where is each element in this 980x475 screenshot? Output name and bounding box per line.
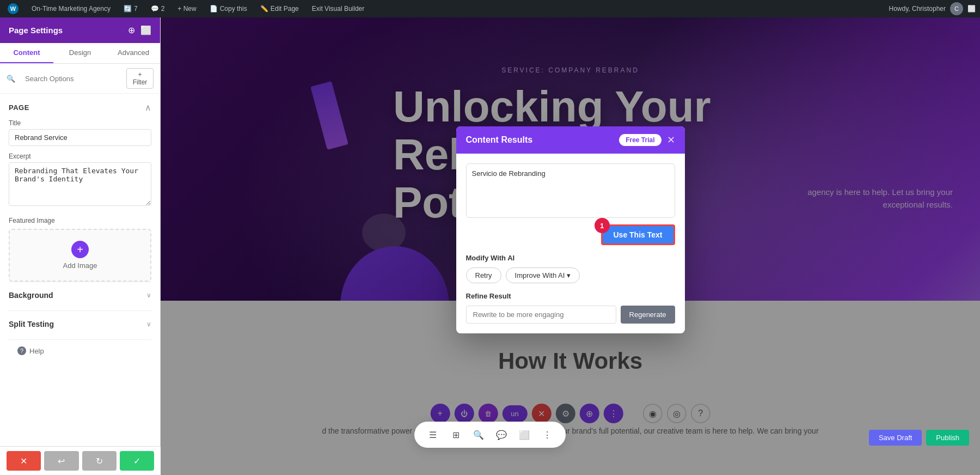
screen-options-icon[interactable]: ⬜	[967, 5, 976, 13]
toolbar-layout-icon[interactable]: ☰	[424, 426, 442, 443]
tab-advanced[interactable]: Advanced	[107, 43, 160, 63]
page-section-header: Page ∧	[9, 102, 151, 113]
modify-buttons: Retry Improve With AI ▾	[466, 267, 675, 283]
new-item[interactable]: + New	[174, 0, 199, 17]
comments-icon: 💬	[151, 5, 159, 13]
bottom-toolbar: ✕ ↩ ↻ ✓	[0, 446, 161, 475]
edit-page-item[interactable]: ✏️ Edit Page	[257, 0, 302, 17]
site-name-item[interactable]: On-Time Marketing Agency	[28, 0, 114, 17]
sidebar-icon-target[interactable]: ⊕	[128, 25, 135, 35]
retry-button[interactable]: Retry	[466, 267, 501, 283]
add-image-button[interactable]: + Add Image	[9, 229, 151, 282]
toolbar-wireframe-icon[interactable]: ⬜	[516, 426, 533, 443]
excerpt-field: Excerpt Rebranding That Elevates Your Br…	[9, 153, 151, 208]
toolbar-more-icon[interactable]: ⋮	[538, 426, 556, 443]
updates-count: 7	[134, 5, 138, 13]
use-this-text-button[interactable]: Use This Text	[601, 224, 675, 245]
refine-input-row: Regenerate	[466, 306, 675, 324]
new-label: + New	[177, 5, 196, 13]
search-input[interactable]	[19, 70, 123, 87]
confirm-button[interactable]: ✓	[120, 451, 154, 471]
admin-bar-right: Howdy, Christopher C ⬜	[889, 2, 976, 15]
improve-arrow-icon: ▾	[567, 271, 571, 279]
comments-item[interactable]: 💬 2	[148, 0, 168, 17]
edit-page-label: Edit Page	[271, 5, 299, 13]
featured-image-field: Featured Image + Add Image	[9, 217, 151, 282]
toolbar-chat-icon[interactable]: 💬	[493, 426, 510, 443]
edit-icon: ✏️	[260, 5, 268, 13]
content-results-modal: Content Results Free Trial ✕ Servicio de…	[456, 126, 685, 333]
modify-section: Modify With AI Retry Improve With AI ▾	[466, 254, 675, 283]
exit-builder-item[interactable]: Exit Visual Builder	[309, 0, 368, 17]
page-preview: SERVICE: COMPANY REBRAND Unlocking Your …	[161, 17, 980, 475]
tab-design[interactable]: Design	[53, 43, 107, 63]
sidebar-icon-expand[interactable]: ⬜	[140, 25, 151, 35]
title-field: Title	[9, 119, 151, 146]
main-layout: Page Settings ⊕ ⬜ Content Design Advance…	[0, 0, 980, 475]
page-section-title: Page	[9, 103, 29, 112]
page-section-chevron[interactable]: ∧	[145, 102, 151, 113]
background-section: Background ∨	[9, 282, 151, 310]
content-area: SERVICE: COMPANY REBRAND Unlocking Your …	[161, 17, 980, 475]
excerpt-label: Excerpt	[9, 153, 151, 160]
title-label: Title	[9, 119, 151, 127]
modal-overlay: Content Results Free Trial ✕ Servicio de…	[161, 17, 980, 475]
sidebar-content: Page ∧ Title Excerpt Rebranding That Ele…	[0, 94, 160, 475]
help-footer[interactable]: ? Help	[9, 339, 151, 362]
add-image-plus-icon: +	[71, 241, 89, 258]
page-edit-toolbar: ☰ ⊞ 🔍 💬 ⬜ ⋮	[414, 422, 566, 448]
save-publish-area: Save Draft Publish	[869, 430, 969, 446]
refine-section: Refine Result Regenerate	[466, 292, 675, 324]
updates-item[interactable]: 🔄 7	[120, 0, 141, 17]
featured-image-label: Featured Image	[9, 217, 151, 224]
exit-builder-label: Exit Visual Builder	[312, 5, 365, 13]
undo-button[interactable]: ↩	[44, 451, 78, 471]
help-icon: ?	[17, 346, 26, 355]
filter-button[interactable]: + Filter	[126, 68, 154, 89]
use-this-wrapper: 1 Use This Text	[601, 224, 675, 245]
publish-button[interactable]: Publish	[926, 430, 969, 446]
wp-logo-item[interactable]: W	[4, 0, 22, 17]
help-label: Help	[29, 347, 44, 355]
refine-label: Refine Result	[466, 292, 675, 300]
sidebar-header-icons: ⊕ ⬜	[128, 25, 151, 35]
modal-content-textarea[interactable]: Servicio de Rebranding	[466, 163, 675, 218]
modal-body: Servicio de Rebranding 1 Use This Text M…	[456, 154, 685, 333]
title-input[interactable]	[9, 129, 151, 146]
background-title: Background	[9, 291, 53, 300]
sidebar-tabs: Content Design Advanced	[0, 43, 160, 64]
save-draft-button[interactable]: Save Draft	[869, 430, 922, 446]
improve-label: Improve With AI	[515, 271, 565, 279]
modal-close-button[interactable]: ✕	[667, 134, 675, 146]
add-image-text: Add Image	[63, 261, 97, 270]
sidebar-search-area: 🔍 + Filter	[0, 64, 160, 94]
search-icon: 🔍	[7, 75, 15, 83]
user-greeting: Howdy, Christopher	[889, 5, 946, 13]
toolbar-search-icon[interactable]: 🔍	[470, 426, 487, 443]
tab-content[interactable]: Content	[0, 43, 53, 63]
modal-header: Content Results Free Trial ✕	[456, 126, 685, 154]
modal-header-right: Free Trial ✕	[619, 134, 675, 146]
redo-button[interactable]: ↻	[82, 451, 117, 471]
admin-bar: W On-Time Marketing Agency 🔄 7 💬 2 + New…	[0, 0, 980, 17]
wp-logo: W	[8, 3, 19, 14]
free-trial-badge[interactable]: Free Trial	[619, 134, 661, 146]
split-testing-title: Split Testing	[9, 320, 54, 328]
updates-icon: 🔄	[124, 5, 132, 13]
refine-input[interactable]	[466, 306, 616, 324]
split-testing-chevron-icon: ∨	[146, 320, 151, 328]
background-header[interactable]: Background ∨	[9, 291, 151, 302]
regenerate-button[interactable]: Regenerate	[621, 306, 675, 324]
improve-with-ai-button[interactable]: Improve With AI ▾	[506, 267, 580, 283]
modal-title: Content Results	[466, 135, 533, 145]
toolbar-grid-icon[interactable]: ⊞	[447, 426, 464, 443]
sidebar: Page Settings ⊕ ⬜ Content Design Advance…	[0, 17, 161, 475]
split-testing-header[interactable]: Split Testing ∨	[9, 320, 151, 331]
sidebar-title: Page Settings	[9, 26, 63, 35]
user-avatar[interactable]: C	[950, 2, 963, 15]
cancel-button[interactable]: ✕	[7, 451, 41, 471]
use-this-btn-container: 1 Use This Text	[466, 224, 675, 245]
copy-this-item[interactable]: 📄 Copy this	[206, 0, 250, 17]
excerpt-textarea[interactable]: Rebranding That Elevates Your Brand's Id…	[9, 162, 151, 206]
modify-label: Modify With AI	[466, 254, 675, 262]
